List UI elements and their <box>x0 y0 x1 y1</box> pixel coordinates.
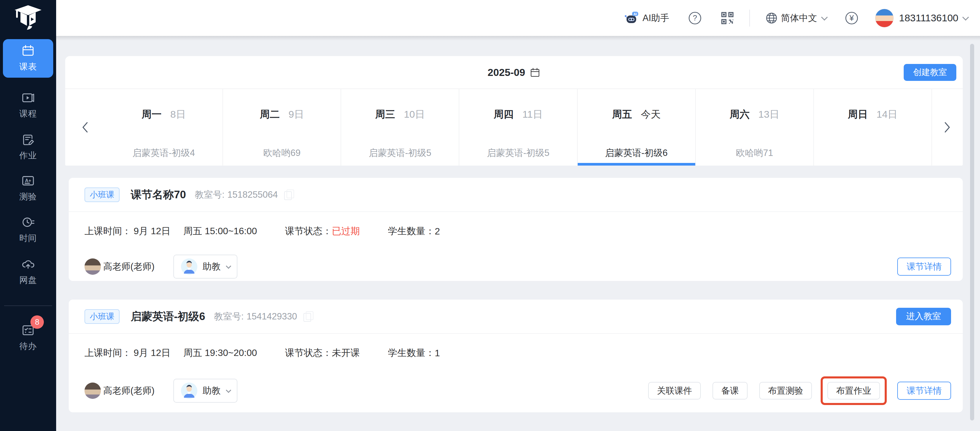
sidebar-item-time[interactable]: 时间 <box>0 216 56 244</box>
calendar-picker-icon[interactable] <box>530 67 540 78</box>
day-date: 10日 <box>404 109 425 120</box>
lesson-time-range: 周五 19:30~20:00 <box>183 347 257 360</box>
lesson-card-footer: 高老师(老师) 助教 关联课件 备课 布置测验 <box>69 376 963 405</box>
day-name: 周六 <box>730 109 749 120</box>
sidebar-item-label: 作业 <box>19 150 37 162</box>
svg-text:A+: A+ <box>25 178 31 183</box>
sidebar-item-label: 测验 <box>19 191 37 203</box>
day-course: 启蒙英语-初级5 <box>341 147 459 159</box>
sidebar-item-cloud-drive[interactable]: 网盘 <box>0 258 56 286</box>
prepare-lesson-button[interactable]: 备课 <box>713 382 748 399</box>
day-name: 周二 <box>260 109 280 120</box>
sidebar-item-todo[interactable]: 待办 <box>0 323 56 352</box>
svg-text:?: ? <box>693 13 697 22</box>
lesson-status: 未开课 <box>332 347 360 360</box>
account-menu[interactable]: 18311136100 <box>875 9 967 27</box>
navbar-shadow <box>56 36 980 41</box>
homework-icon <box>21 133 35 146</box>
app-logo-graduation-cap-icon <box>13 3 43 32</box>
chevron-left-icon <box>81 121 89 134</box>
prev-week-button[interactable] <box>65 89 105 166</box>
copy-icon[interactable] <box>284 191 292 200</box>
quiz-icon: A+ <box>21 174 35 187</box>
copy-icon[interactable] <box>304 313 311 322</box>
todo-count-badge: 8 <box>30 315 44 329</box>
language-label: 简体中文 <box>781 12 817 24</box>
sidebar: 课表 课程 作业 A+ 测验 <box>0 0 56 431</box>
sidebar-item-label: 课程 <box>19 108 37 120</box>
sidebar-item-schedule[interactable]: 课表 <box>3 39 53 78</box>
sidebar-item-quiz[interactable]: A+ 测验 <box>0 174 56 203</box>
week-strip: 周一8日 启蒙英语-初级4 周二9日 欧哈哟69 周三10日 启蒙英语-初级5 … <box>65 89 963 166</box>
time-label: 上课时间： <box>84 347 131 360</box>
month-label: 2025-09 <box>488 67 525 78</box>
day-course: 欧哈哟69 <box>223 147 340 159</box>
teacher-avatar <box>84 258 101 275</box>
link-courseware-button[interactable]: 关联课件 <box>648 382 701 399</box>
teacher-name: 高老师(老师) <box>103 260 155 273</box>
navbar-divider <box>749 10 750 27</box>
day-cell-tuesday[interactable]: 周二9日 欧哈哟69 <box>223 89 340 166</box>
create-classroom-button[interactable]: 创建教室 <box>904 64 956 81</box>
qr-code-button[interactable] <box>721 11 734 25</box>
course-video-icon <box>21 91 35 105</box>
day-cell-friday-today[interactable]: 周五今天 启蒙英语-初级6 <box>577 89 695 166</box>
day-date: 8日 <box>170 109 186 120</box>
lesson-detail-button[interactable]: 课节详情 <box>897 258 951 276</box>
assistant-label: 助教 <box>203 260 221 273</box>
students-label: 学生数量： <box>388 347 435 360</box>
day-course: 启蒙英语-初级5 <box>459 147 577 159</box>
user-avatar <box>875 9 894 27</box>
sidebar-item-label: 网盘 <box>19 274 37 286</box>
currency-button[interactable]: ¥ <box>845 11 859 25</box>
lesson-date: 9月 12日 <box>134 347 170 360</box>
room-number-label: 教室号: <box>214 311 244 323</box>
status-label: 课节状态： <box>285 347 332 360</box>
ai-assistant-button[interactable]: AI AI助手 <box>624 11 669 25</box>
next-week-button[interactable] <box>931 89 963 166</box>
svg-text:¥: ¥ <box>849 14 854 22</box>
lesson-date: 9月 12日 <box>134 225 170 238</box>
schedule-calendar-icon <box>21 44 35 57</box>
app-root: 课表 课程 作业 A+ 测验 <box>0 0 980 431</box>
sidebar-item-label: 课表 <box>19 61 37 73</box>
day-cell-thursday[interactable]: 周四11日 启蒙英语-初级5 <box>459 89 577 166</box>
day-course: 欧哈哟71 <box>696 147 813 159</box>
assistant-dropdown[interactable]: 助教 <box>173 379 237 402</box>
sidebar-item-homework[interactable]: 作业 <box>0 133 56 162</box>
assign-homework-button[interactable]: 布置作业 <box>827 382 880 399</box>
assistant-dropdown[interactable]: 助教 <box>173 255 237 279</box>
day-cell-saturday[interactable]: 周六13日 欧哈哟71 <box>695 89 813 166</box>
day-cell-monday[interactable]: 周一8日 启蒙英语-初级4 <box>105 89 223 166</box>
day-name: 周日 <box>848 109 868 120</box>
sidebar-item-label: 时间 <box>19 233 37 244</box>
globe-icon <box>765 12 778 25</box>
lesson-detail-button[interactable]: 课节详情 <box>897 382 951 400</box>
top-navbar: AI AI助手 ? <box>56 0 980 36</box>
day-cell-wednesday[interactable]: 周三10日 启蒙英语-初级5 <box>340 89 459 166</box>
chevron-down-icon <box>226 263 231 269</box>
chevron-down-icon <box>226 388 231 393</box>
lesson-card: 小班课 课节名称70 教室号: 1518255064 上课时间： 9月 12日 … <box>69 178 963 281</box>
day-date: 今天 <box>641 109 661 120</box>
red-annotation-box: 布置作业 <box>821 376 887 405</box>
lesson-title: 课节名称70 <box>131 187 186 202</box>
lesson-status: 已过期 <box>332 225 360 238</box>
assistant-label: 助教 <box>203 385 221 397</box>
day-course: 启蒙英语-初级4 <box>105 147 223 159</box>
help-button[interactable]: ? <box>688 11 702 25</box>
day-date: 13日 <box>758 109 780 120</box>
vertical-scrollbar[interactable] <box>970 44 974 420</box>
assistant-avatar <box>181 258 197 275</box>
teacher-name: 高老师(老师) <box>103 385 155 397</box>
sidebar-item-courses[interactable]: 课程 <box>0 91 56 120</box>
day-course: 启蒙英语-初级6 <box>578 147 695 159</box>
language-selector[interactable]: 简体中文 <box>765 12 826 25</box>
lesson-actions: 关联课件 备课 布置测验 布置作业 课节详情 <box>636 376 951 405</box>
enter-classroom-button[interactable]: 进入教室 <box>896 308 951 325</box>
ai-assistant-label: AI助手 <box>643 12 669 24</box>
sidebar-divider <box>4 306 52 306</box>
assign-quiz-button[interactable]: 布置测验 <box>759 382 812 399</box>
day-date: 14日 <box>877 109 897 120</box>
day-cell-sunday[interactable]: 周日14日 <box>813 89 931 166</box>
